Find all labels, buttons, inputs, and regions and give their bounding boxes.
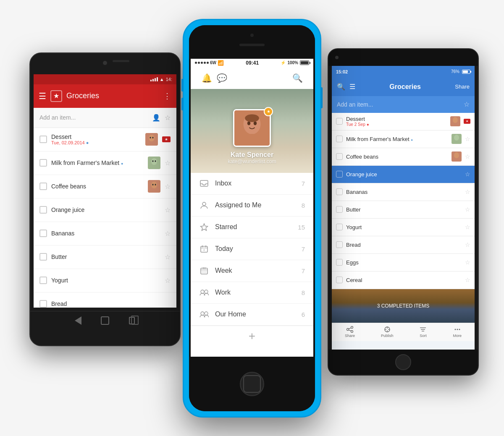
ipad-item-content-oj: Orange juice bbox=[346, 171, 462, 178]
iphone-menu-inbox[interactable]: Inbox 7 bbox=[191, 173, 313, 195]
android-checkbox-yogurt[interactable] bbox=[39, 277, 47, 284]
ipad-checkbox-bread[interactable] bbox=[336, 241, 343, 248]
ipad-completed-section[interactable]: 3 COMPLETED ITEMS bbox=[332, 289, 475, 323]
ipad-item-content-cereal: Cereal bbox=[346, 277, 462, 283]
android-star-yogurt[interactable]: ☆ bbox=[165, 277, 171, 285]
iphone-menu-today[interactable]: 8 Today 7 bbox=[191, 238, 313, 260]
ipad-checkbox-eggs[interactable] bbox=[336, 259, 343, 266]
iphone-profile-photo[interactable]: ★ bbox=[233, 109, 271, 147]
android-checkbox-milk[interactable] bbox=[39, 159, 47, 167]
ipad-checkbox-butter[interactable] bbox=[336, 206, 343, 213]
svg-marker-23 bbox=[201, 224, 208, 230]
iphone-add-list-button[interactable]: + bbox=[191, 326, 313, 347]
android-list-item-coffee[interactable]: Coffee beans ☆ bbox=[34, 175, 176, 198]
ipad-list-item-cereal[interactable]: Cereal ☆ bbox=[332, 272, 475, 289]
ipad-star-yogurt[interactable]: ☆ bbox=[465, 224, 470, 230]
android-list-item-yogurt[interactable]: Yogurt ☆ bbox=[34, 269, 176, 292]
android-checkbox-dessert[interactable] bbox=[39, 136, 47, 143]
ipad-list-item-eggs[interactable]: Eggs ☆ bbox=[332, 254, 475, 272]
ipad-list-item-butter[interactable]: Butter ☆ bbox=[332, 201, 475, 219]
ipad-list-item-dessert[interactable]: Dessert Tue 2 Sep ● ★ bbox=[332, 113, 475, 131]
android-add-item-bar[interactable]: Add an item... 👤 ☆ bbox=[34, 108, 176, 128]
ipad-checkbox-coffee[interactable] bbox=[336, 153, 343, 160]
ipad-toolbar-publish[interactable]: Publish bbox=[381, 326, 394, 338]
ipad-home-button[interactable] bbox=[395, 354, 411, 370]
ipad-star-bananas[interactable]: ☆ bbox=[465, 188, 470, 195]
android-list-item-oj[interactable]: Orange juice ☆ bbox=[34, 198, 176, 222]
ipad-star-bread[interactable]: ☆ bbox=[465, 241, 470, 248]
android-more-icon[interactable]: ⋮ bbox=[163, 91, 171, 101]
ipad-list-item-bananas[interactable]: Bananas ☆ bbox=[332, 183, 475, 201]
android-checkbox-butter[interactable] bbox=[39, 253, 47, 261]
ipad-checkbox-yogurt[interactable] bbox=[336, 224, 343, 230]
ipad-checkbox-oj[interactable] bbox=[336, 171, 343, 178]
android-star-milk[interactable]: ☆ bbox=[165, 159, 171, 167]
iphone-menu-starred[interactable]: Starred 15 bbox=[191, 217, 313, 238]
ipad-toolbar-share[interactable]: Share bbox=[345, 326, 355, 338]
android-item-date-dessert: Tue, 02.09.2014 ● bbox=[51, 140, 141, 145]
ipad-search-icon[interactable]: 🔍 bbox=[337, 83, 345, 91]
android-checkbox-bananas[interactable] bbox=[39, 230, 47, 237]
iphone-side-volume-up bbox=[181, 79, 183, 91]
android-list-item-dessert[interactable]: Dessert Tue, 02.09.2014 ● ★ bbox=[34, 128, 176, 151]
iphone-dot-1 bbox=[195, 62, 197, 64]
ipad-checkbox-cereal[interactable] bbox=[336, 277, 343, 283]
ipad-star-coffee[interactable]: ☆ bbox=[465, 153, 470, 160]
ipad-list-item-yogurt[interactable]: Yogurt ☆ bbox=[332, 219, 475, 236]
ipad-list-item-oj[interactable]: Orange juice ☆ bbox=[332, 166, 475, 183]
iphone-profile-email: kate@wunderlist.com bbox=[228, 159, 276, 164]
ipad-share-button[interactable]: Share bbox=[455, 84, 470, 90]
ipad-checkbox-dessert[interactable] bbox=[336, 118, 343, 125]
ipad-list-item-bread[interactable]: Bread ☆ bbox=[332, 236, 475, 254]
iphone-nav-icons: 🔔 💬 ⚙ 🔍 bbox=[191, 67, 313, 89]
ipad-star-eggs[interactable]: ☆ bbox=[465, 259, 470, 266]
iphone-menu-assigned[interactable]: Assigned to Me 8 bbox=[191, 195, 313, 217]
ipad-checkbox-bananas[interactable] bbox=[336, 188, 343, 195]
iphone-settings-icon[interactable]: ⚙ bbox=[275, 70, 290, 86]
ipad-item-title-milk: Milk from Farmer's Market ● bbox=[346, 136, 448, 142]
iphone-search-icon[interactable]: 🔍 bbox=[290, 70, 305, 86]
iphone-menu-work[interactable]: Work 8 bbox=[191, 282, 313, 304]
ipad-star-cereal[interactable]: ☆ bbox=[465, 277, 470, 283]
ipad-star-oj[interactable]: ☆ bbox=[465, 171, 470, 178]
android-item-title-dessert: Dessert bbox=[51, 133, 141, 140]
android-list-item-milk[interactable]: Milk from Farmer's Market ● ☆ bbox=[34, 151, 176, 175]
svg-point-62 bbox=[457, 329, 458, 330]
ipad-list-item-milk[interactable]: Milk from Farmer's Market ● ☆ bbox=[332, 131, 475, 148]
iphone-chat-icon[interactable]: 💬 bbox=[214, 70, 229, 86]
android-checkbox-coffee[interactable] bbox=[39, 183, 47, 190]
ipad-list-item-coffee[interactable]: Coffee beans ☆ bbox=[332, 148, 475, 166]
iphone-menu-week[interactable]: Week 7 bbox=[191, 260, 313, 282]
assigned-svg-icon bbox=[200, 201, 208, 209]
ipad-toolbar-sort[interactable]: Sort bbox=[419, 326, 427, 338]
android-checkbox-oj[interactable] bbox=[39, 206, 47, 214]
android-star-coffee[interactable]: ☆ bbox=[165, 183, 171, 191]
iphone-carrier: 6W bbox=[210, 60, 216, 65]
android-back-button[interactable] bbox=[73, 316, 83, 326]
svg-line-51 bbox=[349, 328, 351, 329]
android-menu-icon[interactable]: ☰ bbox=[39, 91, 46, 101]
iphone-battery-percent: 100% bbox=[287, 60, 298, 65]
android-star-bananas[interactable]: ☆ bbox=[165, 230, 171, 238]
ipad-star-milk[interactable]: ☆ bbox=[465, 136, 470, 142]
android-recents-button[interactable] bbox=[127, 316, 137, 326]
iphone-home-button[interactable] bbox=[240, 372, 264, 396]
android-star-butter[interactable]: ☆ bbox=[165, 253, 171, 261]
iphone-add-list-icon: + bbox=[249, 329, 255, 343]
iphone-starred-label: Starred bbox=[215, 223, 292, 231]
android-star-oj[interactable]: ☆ bbox=[165, 206, 171, 214]
android-home-button[interactable] bbox=[100, 316, 110, 326]
ipad-toolbar-more[interactable]: More bbox=[453, 326, 462, 338]
android-list-item-bread[interactable]: Bread bbox=[34, 292, 176, 308]
ipad-checkbox-milk[interactable] bbox=[336, 136, 343, 142]
android-list-item-butter[interactable]: Butter ☆ bbox=[34, 245, 176, 269]
svg-point-4 bbox=[152, 137, 154, 138]
iphone-side-volume-down bbox=[181, 98, 183, 110]
android-checkbox-bread[interactable] bbox=[39, 300, 47, 308]
ipad-star-butter[interactable]: ☆ bbox=[465, 206, 470, 213]
ipad-menu-icon[interactable]: ☰ bbox=[349, 83, 355, 91]
iphone-menu-our-home[interactable]: Our Home 6 bbox=[191, 304, 313, 326]
android-list-item-bananas[interactable]: Bananas ☆ bbox=[34, 222, 176, 245]
ipad-add-bar[interactable]: Add an item... ☆ bbox=[332, 96, 475, 113]
iphone-bell-icon[interactable]: 🔔 bbox=[199, 70, 214, 86]
